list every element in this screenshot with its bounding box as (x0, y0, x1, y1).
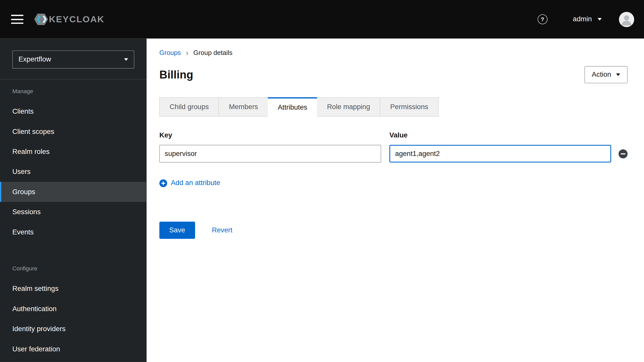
add-attribute-label: Add an attribute (171, 179, 220, 187)
username-label: admin (573, 15, 592, 23)
sidebar-item-users[interactable]: Users (0, 162, 147, 182)
keycloak-logo-icon (34, 13, 48, 25)
sidebar-item-authentication[interactable]: Authentication (0, 299, 147, 319)
realm-selector[interactable]: Expertflow (12, 50, 134, 68)
attribute-key-input[interactable] (159, 145, 381, 163)
chevron-down-icon (598, 18, 602, 21)
breadcrumb-current: Group details (193, 49, 232, 57)
attribute-row (159, 145, 628, 163)
tab-members[interactable]: Members (219, 97, 268, 116)
breadcrumb-groups-link[interactable]: Groups (159, 49, 181, 57)
tab-permissions[interactable]: Permissions (380, 97, 439, 116)
sidebar-item-groups[interactable]: Groups (0, 182, 147, 202)
sidebar-item-clients[interactable]: Clients (0, 101, 147, 121)
action-dropdown-button[interactable]: Action (584, 66, 628, 83)
tab-child-groups[interactable]: Child groups (159, 97, 219, 116)
sidebar-item-sessions[interactable]: Sessions (0, 202, 147, 222)
action-label: Action (592, 71, 611, 79)
key-column-header: Key (159, 131, 389, 139)
tabs: Child groups Members Attributes Role map… (159, 97, 628, 116)
sidebar-item-user-federation[interactable]: User federation (0, 339, 147, 359)
nav-section-manage: Manage (12, 87, 147, 95)
form-actions: Save Revert (159, 222, 628, 239)
chevron-down-icon (616, 73, 620, 76)
save-button[interactable]: Save (159, 222, 195, 239)
masthead: KEYCLOAK ? admin (0, 0, 644, 38)
sidebar-item-events[interactable]: Events (0, 222, 147, 242)
sidebar-item-realm-roles[interactable]: Realm roles (0, 142, 147, 162)
tab-role-mapping[interactable]: Role mapping (317, 97, 380, 116)
help-icon[interactable]: ? (538, 14, 547, 24)
help-glyph: ? (541, 16, 544, 23)
realm-selector-label: Expertflow (18, 55, 51, 64)
user-menu-dropdown[interactable]: admin (573, 15, 602, 23)
revert-button[interactable]: Revert (212, 226, 232, 234)
plus-circle-icon (159, 179, 167, 187)
breadcrumb: Groups › Group details (159, 49, 628, 57)
keycloak-logo: KEYCLOAK (34, 13, 105, 25)
page-header: Billing Action (159, 66, 628, 83)
sidebar: Expertflow Manage Clients Client scopes … (0, 38, 147, 362)
masthead-right: ? admin (538, 12, 634, 27)
keycloak-admin-console: KEYCLOAK ? admin (0, 0, 644, 362)
page-title: Billing (159, 68, 193, 81)
sidebar-nav: Manage Clients Client scopes Realm roles… (0, 80, 147, 359)
tab-attributes[interactable]: Attributes (268, 97, 317, 116)
sidebar-item-client-scopes[interactable]: Client scopes (0, 122, 147, 142)
nav-section-configure: Configure (12, 264, 147, 272)
sidebar-item-realm-settings[interactable]: Realm settings (0, 279, 147, 299)
main-content: Groups › Group details Billing Action Ch… (147, 38, 644, 362)
breadcrumb-separator-icon: › (186, 50, 188, 56)
remove-attribute-button[interactable] (619, 149, 628, 158)
value-column-header: Value (389, 131, 408, 139)
attribute-column-headers: Key Value (159, 131, 628, 139)
avatar[interactable] (619, 12, 634, 27)
hamburger-menu-icon[interactable] (11, 15, 24, 24)
keycloak-logo-text: KEYCLOAK (49, 14, 105, 25)
minus-circle-icon (619, 149, 628, 158)
sidebar-item-identity-providers[interactable]: Identity providers (0, 319, 147, 339)
chevron-down-icon (124, 58, 128, 61)
attribute-value-input[interactable] (389, 145, 611, 163)
add-attribute-button[interactable]: Add an attribute (159, 179, 220, 187)
